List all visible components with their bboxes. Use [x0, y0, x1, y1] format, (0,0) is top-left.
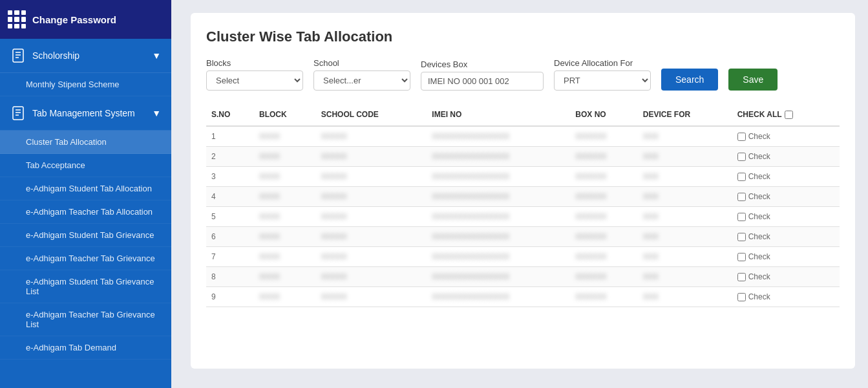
row-checkbox-3[interactable]	[737, 173, 746, 181]
school-label: School	[313, 58, 410, 68]
blocks-select[interactable]: Select	[206, 70, 303, 91]
chevron-down-icon: ▼	[152, 50, 161, 61]
cell-block: XXXX	[254, 167, 316, 187]
cell-check[interactable]: Check	[732, 147, 840, 167]
doc-icon	[10, 48, 26, 63]
cell-device-for: XXX	[638, 207, 732, 227]
cell-block: XXXX	[254, 126, 316, 147]
row-checkbox-1[interactable]	[737, 133, 746, 141]
cell-check[interactable]: Check	[732, 267, 840, 287]
sidebar-item-eadhigam-teacher-grievance[interactable]: e-Adhigam Teacher Tab Grievance	[0, 247, 171, 270]
doc-icon-2	[10, 105, 26, 121]
table-row: 5 XXXX XXXXX XXXXXXXXXXXXXXX XXXXXX XXX …	[206, 207, 840, 227]
change-password-label: Change Password	[32, 14, 116, 25]
table-header-row: S.NO BLOCK SCHOOL CODE IMEI NO BOX NO DE…	[206, 103, 840, 126]
cell-block: XXXX	[254, 147, 316, 167]
col-box-no: BOX NO	[570, 103, 638, 126]
sidebar: Change Password Scholorship ▼ Monthly St…	[0, 0, 171, 388]
check-all-checkbox[interactable]	[785, 111, 793, 119]
cell-imei: XXXXXXXXXXXXXXX	[427, 227, 570, 247]
cell-imei: XXXXXXXXXXXXXXX	[427, 167, 570, 187]
check-label: Check	[748, 212, 770, 221]
blocks-filter-group: Blocks Select	[206, 58, 303, 91]
check-all-label: CHECK ALL	[737, 110, 782, 119]
row-checkbox-4[interactable]	[737, 193, 746, 201]
cell-imei: XXXXXXXXXXXXXXX	[427, 287, 570, 307]
device-allocation-filter-group: Device Allocation For PRT HM TGT PGT	[554, 58, 651, 91]
table-wrapper: S.NO BLOCK SCHOOL CODE IMEI NO BOX NO DE…	[206, 103, 840, 307]
table-row: 2 XXXX XXXXX XXXXXXXXXXXXXXX XXXXXX XXX …	[206, 147, 840, 167]
cell-sno: 2	[206, 147, 254, 167]
check-label: Check	[748, 192, 770, 201]
save-button[interactable]: Save	[728, 69, 778, 91]
cell-check[interactable]: Check	[732, 207, 840, 227]
tab-management-label: Tab Management System	[32, 108, 135, 118]
col-check-all[interactable]: CHECK ALL	[732, 103, 840, 126]
sidebar-item-eadhigam-teacher-tab[interactable]: e-Adhigam Teacher Tab Allocation	[0, 200, 171, 224]
table-body: 1 XXXX XXXXX XXXXXXXXXXXXXXX XXXXXX XXX …	[206, 126, 840, 307]
sidebar-item-tab-management[interactable]: Tab Management System ▼	[0, 96, 171, 131]
sidebar-item-monthly-stipend[interactable]: Monthly Stipend Scheme	[0, 73, 171, 96]
cell-device-for: XXX	[638, 247, 732, 267]
col-sno: S.NO	[206, 103, 254, 126]
check-label: Check	[748, 132, 770, 141]
device-allocation-select[interactable]: PRT HM TGT PGT	[554, 70, 651, 91]
cell-school-code: XXXXX	[316, 147, 427, 167]
cell-box-no: XXXXXX	[570, 207, 638, 227]
cell-check[interactable]: Check	[732, 167, 840, 187]
table-row: 8 XXXX XXXXX XXXXXXXXXXXXXXX XXXXXX XXX …	[206, 267, 840, 287]
sidebar-item-scholarship[interactable]: Scholorship ▼	[0, 39, 171, 73]
cell-block: XXXX	[254, 267, 316, 287]
cell-imei: XXXXXXXXXXXXXXX	[427, 126, 570, 147]
grid-icon	[8, 10, 26, 28]
col-block: BLOCK	[254, 103, 316, 126]
check-label: Check	[748, 252, 770, 261]
cell-box-no: XXXXXX	[570, 167, 638, 187]
cell-box-no: XXXXXX	[570, 126, 638, 147]
sidebar-item-eadhigam-student-grievance-list[interactable]: e-Adhigam Student Tab Grievance List	[0, 270, 171, 303]
chevron-down-icon-2: ▼	[152, 108, 161, 118]
cell-box-no: XXXXXX	[570, 267, 638, 287]
cell-imei: XXXXXXXXXXXXXXX	[427, 187, 570, 207]
table-row: 9 XXXX XXXXX XXXXXXXXXXXXXXX XXXXXX XXX …	[206, 287, 840, 307]
main-card: Cluster Wise Tab Allocation Blocks Selec…	[191, 13, 855, 369]
row-checkbox-8[interactable]	[737, 273, 746, 281]
cell-sno: 9	[206, 287, 254, 307]
sidebar-item-tab-acceptance[interactable]: Tab Acceptance	[0, 154, 171, 177]
filters-row: Blocks Select School Select...er Devices…	[206, 58, 840, 91]
row-checkbox-2[interactable]	[737, 153, 746, 161]
scholarship-label: Scholorship	[32, 50, 79, 61]
cell-check[interactable]: Check	[732, 247, 840, 267]
search-button[interactable]: Search	[661, 69, 718, 91]
school-select[interactable]: Select...er	[313, 70, 410, 91]
cell-device-for: XXX	[638, 287, 732, 307]
sidebar-item-eadhigam-student-grievance[interactable]: e-Adhigam Student Tab Grievance	[0, 224, 171, 247]
sidebar-item-eadhigam-teacher-grievance-list[interactable]: e-Adhigam Teacher Tab Grievance List	[0, 303, 171, 336]
cell-box-no: XXXXXX	[570, 147, 638, 167]
table-row: 4 XXXX XXXXX XXXXXXXXXXXXXXX XXXXXX XXX …	[206, 187, 840, 207]
row-checkbox-5[interactable]	[737, 213, 746, 221]
sidebar-item-eadhigam-student-tab[interactable]: e-Adhigam Student Tab Allocation	[0, 177, 171, 200]
cell-imei: XXXXXXXXXXXXXXX	[427, 147, 570, 167]
row-checkbox-7[interactable]	[737, 253, 746, 261]
check-label: Check	[748, 272, 770, 281]
row-checkbox-9[interactable]	[737, 293, 746, 301]
cell-school-code: XXXXX	[316, 247, 427, 267]
cell-sno: 8	[206, 267, 254, 287]
sidebar-header[interactable]: Change Password	[0, 0, 171, 39]
cell-check[interactable]: Check	[732, 187, 840, 207]
check-label: Check	[748, 232, 770, 241]
devices-box-input[interactable]	[421, 72, 544, 91]
cell-check[interactable]: Check	[732, 126, 840, 147]
sidebar-item-eadhigam-tab-demand[interactable]: e-Adhigam Tab Demand	[0, 336, 171, 360]
device-allocation-label: Device Allocation For	[554, 58, 651, 68]
cell-school-code: XXXXX	[316, 227, 427, 247]
cell-sno: 7	[206, 247, 254, 267]
cell-check[interactable]: Check	[732, 287, 840, 307]
cell-imei: XXXXXXXXXXXXXXX	[427, 267, 570, 287]
table-row: 7 XXXX XXXXX XXXXXXXXXXXXXXX XXXXXX XXX …	[206, 247, 840, 267]
cell-school-code: XXXXX	[316, 167, 427, 187]
cell-check[interactable]: Check	[732, 227, 840, 247]
row-checkbox-6[interactable]	[737, 233, 746, 241]
sidebar-item-cluster-tab[interactable]: Cluster Tab Allocation	[0, 131, 171, 154]
